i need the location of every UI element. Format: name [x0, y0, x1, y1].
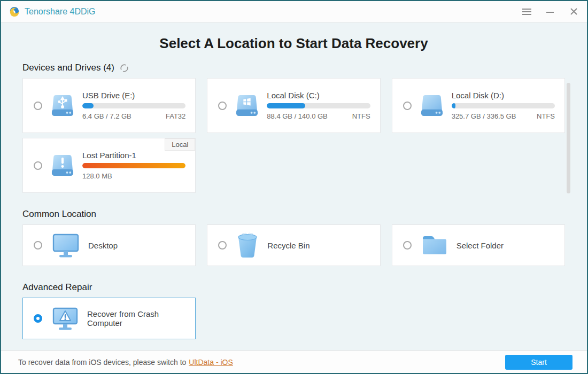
common-section-label: Common Location	[22, 209, 96, 220]
drive-info: USB Drive (E:) 6.4 GB / 7.2 GB FAT32	[82, 91, 185, 120]
recycle-bin-icon	[236, 232, 259, 258]
location-label: Recycle Bin	[267, 241, 310, 250]
drive-filesystem: FAT32	[166, 112, 185, 120]
disk-icon	[420, 95, 444, 117]
advanced-section-title: Advanced Repair	[22, 282, 565, 293]
drive-name: USB Drive (E:)	[82, 91, 185, 100]
option-label: Recover from Crash Computer	[87, 309, 185, 328]
window-controls	[522, 7, 578, 17]
drive-name: Local Disk (D:)	[452, 91, 555, 100]
location-card-select-folder[interactable]: Select Folder	[392, 224, 565, 266]
location-label: Select Folder	[457, 241, 504, 250]
drive-card-lost-partition[interactable]: Local Lost Partition-1 128.0 MB	[22, 138, 196, 193]
common-locations-grid: Desktop Recycle Bin	[22, 224, 565, 266]
radio-recycle-bin[interactable]	[218, 241, 227, 250]
drive-info: Lost Partition-1 128.0 MB	[82, 151, 185, 180]
usage-bar	[452, 103, 555, 108]
drive-usage: 325.7 GB / 336.5 GB	[452, 112, 516, 120]
usage-bar	[82, 103, 185, 108]
drive-usage: 88.4 GB / 140.0 GB	[267, 112, 327, 120]
drive-card-local-c[interactable]: Local Disk (C:) 88.4 GB / 140.0 GB NTFS	[207, 78, 380, 133]
system-disk-icon	[235, 95, 259, 117]
usb-drive-icon	[50, 95, 75, 117]
brand: Tenorshare 4DDiG	[9, 6, 96, 18]
app-window: Tenorshare 4DDiG Select A Location to St…	[0, 0, 588, 374]
footer-notice: To recover data from iOS devices, please…	[18, 358, 186, 367]
drive-usage: 6.4 GB / 7.2 GB	[82, 112, 131, 120]
main-content: Select A Location to Start Data Recovery…	[1, 22, 587, 350]
page-title: Select A Location to Start Data Recovery	[22, 35, 565, 52]
drive-filesystem: NTFS	[537, 112, 555, 120]
devices-grid: USB Drive (E:) 6.4 GB / 7.2 GB FAT32	[22, 78, 565, 193]
location-card-recycle-bin[interactable]: Recycle Bin	[207, 224, 380, 266]
location-card-desktop[interactable]: Desktop	[22, 224, 196, 266]
close-icon[interactable]	[569, 7, 578, 17]
drive-name: Local Disk (C:)	[267, 91, 370, 100]
desktop-icon	[52, 233, 80, 258]
drive-usage: 128.0 MB	[82, 172, 112, 180]
location-label: Desktop	[88, 241, 118, 250]
drive-card-usb-e[interactable]: USB Drive (E:) 6.4 GB / 7.2 GB FAT32	[22, 78, 196, 133]
radio-lost-partition[interactable]	[34, 161, 42, 170]
devices-section-title: Devices and Drives (4)	[22, 63, 565, 73]
radio-select-folder[interactable]	[403, 241, 412, 250]
drive-info: Local Disk (D:) 325.7 GB / 336.5 GB NTFS	[452, 91, 555, 120]
common-section-title: Common Location	[22, 209, 565, 220]
radio-crash-computer[interactable]	[34, 314, 42, 323]
footer: To recover data from iOS devices, please…	[1, 350, 587, 373]
radio-desktop[interactable]	[34, 241, 42, 250]
radio-local-c[interactable]	[218, 102, 227, 110]
app-title: Tenorshare 4DDiG	[25, 7, 96, 17]
lost-partition-icon	[50, 154, 75, 177]
ultdata-ios-link[interactable]: UltData - iOS	[189, 358, 233, 367]
crash-computer-icon	[52, 307, 79, 330]
devices-section-label: Devices and Drives (4)	[22, 63, 114, 73]
logo-swirl-icon	[9, 6, 20, 18]
vertical-scrollbar[interactable]	[567, 83, 570, 193]
drive-info: Local Disk (C:) 88.4 GB / 140.0 GB NTFS	[267, 91, 370, 120]
radio-usb-e[interactable]	[34, 102, 42, 110]
advanced-section-label: Advanced Repair	[22, 282, 92, 293]
start-button[interactable]: Start	[505, 355, 572, 370]
drive-filesystem: NTFS	[352, 112, 370, 120]
drive-name: Lost Partition-1	[82, 151, 185, 160]
minimize-icon[interactable]	[545, 7, 555, 17]
usage-bar	[267, 103, 370, 108]
advanced-repair-grid: Recover from Crash Computer	[22, 298, 565, 339]
folder-icon	[421, 235, 448, 256]
drive-card-local-d[interactable]: Local Disk (D:) 325.7 GB / 336.5 GB NTFS	[392, 78, 565, 133]
menu-icon[interactable]	[522, 7, 531, 17]
usage-bar	[82, 163, 185, 168]
titlebar: Tenorshare 4DDiG	[1, 1, 587, 22]
radio-local-d[interactable]	[403, 102, 412, 110]
refresh-icon[interactable]	[120, 64, 129, 73]
local-badge: Local	[165, 138, 195, 151]
option-card-crash-computer[interactable]: Recover from Crash Computer	[22, 298, 196, 339]
